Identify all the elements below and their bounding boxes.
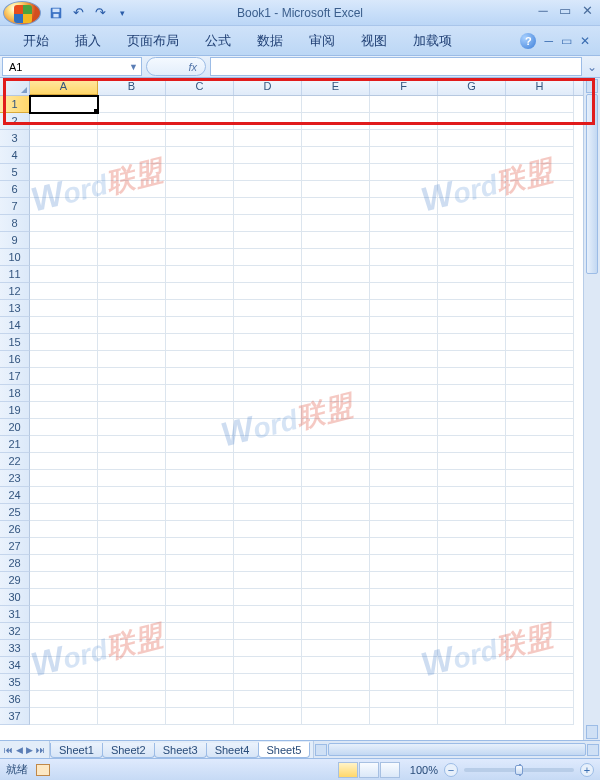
cell-F24[interactable] <box>370 487 438 504</box>
cell-B28[interactable] <box>98 555 166 572</box>
cell-A3[interactable] <box>30 130 98 147</box>
tab-view[interactable]: 视图 <box>348 28 400 54</box>
cell-E8[interactable] <box>302 215 370 232</box>
cell-E11[interactable] <box>302 266 370 283</box>
cell-D5[interactable] <box>234 164 302 181</box>
cell-H20[interactable] <box>506 419 574 436</box>
row-header-19[interactable]: 19 <box>0 402 30 419</box>
cell-A36[interactable] <box>30 691 98 708</box>
cell-F11[interactable] <box>370 266 438 283</box>
cell-G37[interactable] <box>438 708 506 725</box>
cell-A6[interactable] <box>30 181 98 198</box>
cell-G24[interactable] <box>438 487 506 504</box>
cell-C26[interactable] <box>166 521 234 538</box>
cell-H6[interactable] <box>506 181 574 198</box>
column-header-B[interactable]: B <box>98 78 166 95</box>
cell-A35[interactable] <box>30 674 98 691</box>
cell-C13[interactable] <box>166 300 234 317</box>
cell-H19[interactable] <box>506 402 574 419</box>
cell-F22[interactable] <box>370 453 438 470</box>
cell-F21[interactable] <box>370 436 438 453</box>
cell-E27[interactable] <box>302 538 370 555</box>
row-header-14[interactable]: 14 <box>0 317 30 334</box>
cell-F1[interactable] <box>370 96 438 113</box>
formula-input[interactable] <box>210 57 582 76</box>
name-box[interactable]: A1 ▼ <box>2 57 142 76</box>
sheet-tab-sheet4[interactable]: Sheet4 <box>206 743 259 758</box>
column-header-E[interactable]: E <box>302 78 370 95</box>
minimize-button[interactable]: ─ <box>534 3 552 18</box>
cell-D30[interactable] <box>234 589 302 606</box>
cell-A33[interactable] <box>30 640 98 657</box>
cell-F25[interactable] <box>370 504 438 521</box>
cell-E15[interactable] <box>302 334 370 351</box>
cell-A2[interactable] <box>30 113 98 130</box>
cell-E5[interactable] <box>302 164 370 181</box>
cell-D17[interactable] <box>234 368 302 385</box>
cell-C15[interactable] <box>166 334 234 351</box>
cell-H4[interactable] <box>506 147 574 164</box>
cell-C5[interactable] <box>166 164 234 181</box>
cell-B11[interactable] <box>98 266 166 283</box>
tab-data[interactable]: 数据 <box>244 28 296 54</box>
cell-C30[interactable] <box>166 589 234 606</box>
cell-C33[interactable] <box>166 640 234 657</box>
cell-D2[interactable] <box>234 113 302 130</box>
cell-E3[interactable] <box>302 130 370 147</box>
cell-G19[interactable] <box>438 402 506 419</box>
row-header-17[interactable]: 17 <box>0 368 30 385</box>
cell-D8[interactable] <box>234 215 302 232</box>
cell-H10[interactable] <box>506 249 574 266</box>
cell-C7[interactable] <box>166 198 234 215</box>
cell-F19[interactable] <box>370 402 438 419</box>
cell-F12[interactable] <box>370 283 438 300</box>
cell-G11[interactable] <box>438 266 506 283</box>
cell-E13[interactable] <box>302 300 370 317</box>
cell-E2[interactable] <box>302 113 370 130</box>
view-page-layout-button[interactable] <box>359 762 379 778</box>
cell-D9[interactable] <box>234 232 302 249</box>
row-header-6[interactable]: 6 <box>0 181 30 198</box>
cell-G18[interactable] <box>438 385 506 402</box>
vertical-scrollbar[interactable] <box>583 78 600 740</box>
cell-B3[interactable] <box>98 130 166 147</box>
row-header-32[interactable]: 32 <box>0 623 30 640</box>
cell-A29[interactable] <box>30 572 98 589</box>
cell-D20[interactable] <box>234 419 302 436</box>
cell-G1[interactable] <box>438 96 506 113</box>
cell-C24[interactable] <box>166 487 234 504</box>
cell-G35[interactable] <box>438 674 506 691</box>
cell-F10[interactable] <box>370 249 438 266</box>
cell-D10[interactable] <box>234 249 302 266</box>
cell-A27[interactable] <box>30 538 98 555</box>
cell-F33[interactable] <box>370 640 438 657</box>
cell-E21[interactable] <box>302 436 370 453</box>
cell-G16[interactable] <box>438 351 506 368</box>
zoom-slider-thumb[interactable] <box>515 765 523 775</box>
cell-B32[interactable] <box>98 623 166 640</box>
cell-B7[interactable] <box>98 198 166 215</box>
cell-G17[interactable] <box>438 368 506 385</box>
cell-C17[interactable] <box>166 368 234 385</box>
cell-E16[interactable] <box>302 351 370 368</box>
cell-B27[interactable] <box>98 538 166 555</box>
row-header-22[interactable]: 22 <box>0 453 30 470</box>
cell-D4[interactable] <box>234 147 302 164</box>
cell-E31[interactable] <box>302 606 370 623</box>
cell-H9[interactable] <box>506 232 574 249</box>
tab-home[interactable]: 开始 <box>10 28 62 54</box>
cell-G21[interactable] <box>438 436 506 453</box>
cell-C27[interactable] <box>166 538 234 555</box>
row-header-21[interactable]: 21 <box>0 436 30 453</box>
cell-F36[interactable] <box>370 691 438 708</box>
cell-A12[interactable] <box>30 283 98 300</box>
cell-H36[interactable] <box>506 691 574 708</box>
cell-C35[interactable] <box>166 674 234 691</box>
cell-B2[interactable] <box>98 113 166 130</box>
row-header-37[interactable]: 37 <box>0 708 30 725</box>
cell-C23[interactable] <box>166 470 234 487</box>
cell-A30[interactable] <box>30 589 98 606</box>
cell-C4[interactable] <box>166 147 234 164</box>
ribbon-close-button[interactable]: ✕ <box>580 34 590 48</box>
cell-B25[interactable] <box>98 504 166 521</box>
